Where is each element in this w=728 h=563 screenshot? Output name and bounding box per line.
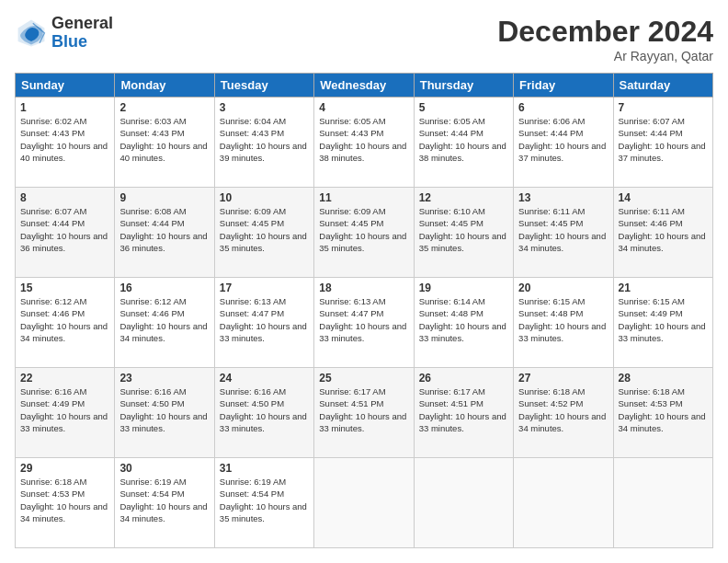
day-cell: 21 Sunrise: 6:15 AM Sunset: 4:49 PM Dayl… xyxy=(613,278,712,368)
day-cell: 23 Sunrise: 6:16 AM Sunset: 4:50 PM Dayl… xyxy=(115,368,214,458)
day-cell: 8 Sunrise: 6:07 AM Sunset: 4:44 PM Dayli… xyxy=(16,188,115,278)
col-thursday: Thursday xyxy=(414,74,513,98)
daylight-label: Daylight: 10 hours and 35 minutes. xyxy=(419,231,506,253)
sunrise-label: Sunrise: 6:17 AM xyxy=(419,386,485,396)
sunrise-label: Sunrise: 6:14 AM xyxy=(419,296,485,306)
sunset-label: Sunset: 4:49 PM xyxy=(20,398,85,408)
day-number: 14 xyxy=(619,191,708,204)
day-number: 28 xyxy=(619,372,708,385)
sunrise-label: Sunrise: 6:13 AM xyxy=(220,296,286,306)
sunrise-label: Sunrise: 6:16 AM xyxy=(20,386,86,396)
day-cell: 24 Sunrise: 6:16 AM Sunset: 4:50 PM Dayl… xyxy=(214,368,313,458)
day-cell: 25 Sunrise: 6:17 AM Sunset: 4:51 PM Dayl… xyxy=(314,368,414,458)
sunrise-label: Sunrise: 6:19 AM xyxy=(220,477,286,487)
daylight-label: Daylight: 10 hours and 35 minutes. xyxy=(220,501,307,523)
day-info: Sunrise: 6:06 AM Sunset: 4:44 PM Dayligh… xyxy=(518,115,608,164)
sunrise-label: Sunrise: 6:13 AM xyxy=(319,296,385,306)
daylight-label: Daylight: 10 hours and 35 minutes. xyxy=(220,231,307,253)
day-cell: 31 Sunrise: 6:19 AM Sunset: 4:54 PM Dayl… xyxy=(214,458,313,548)
logo-icon xyxy=(15,17,48,50)
day-info: Sunrise: 6:07 AM Sunset: 4:44 PM Dayligh… xyxy=(20,205,109,254)
sunset-label: Sunset: 4:54 PM xyxy=(119,488,184,499)
col-saturday: Saturday xyxy=(613,74,712,98)
day-info: Sunrise: 6:13 AM Sunset: 4:47 PM Dayligh… xyxy=(319,295,408,344)
daylight-label: Daylight: 10 hours and 34 minutes. xyxy=(119,321,207,343)
sunrise-label: Sunrise: 6:02 AM xyxy=(20,116,86,126)
day-number: 25 xyxy=(319,372,408,385)
day-cell: 30 Sunrise: 6:19 AM Sunset: 4:54 PM Dayl… xyxy=(115,458,214,548)
daylight-label: Daylight: 10 hours and 33 minutes. xyxy=(119,411,207,433)
day-cell: 12 Sunrise: 6:10 AM Sunset: 4:45 PM Dayl… xyxy=(414,188,513,278)
sunrise-label: Sunrise: 6:04 AM xyxy=(220,116,286,126)
day-number: 20 xyxy=(518,282,608,294)
sunrise-label: Sunrise: 6:18 AM xyxy=(619,386,685,396)
sunrise-label: Sunrise: 6:19 AM xyxy=(119,477,186,487)
sunrise-label: Sunrise: 6:07 AM xyxy=(20,206,86,216)
day-number: 27 xyxy=(518,372,608,385)
daylight-label: Daylight: 10 hours and 39 minutes. xyxy=(220,141,307,163)
sunrise-label: Sunrise: 6:18 AM xyxy=(518,386,585,396)
sunset-label: Sunset: 4:44 PM xyxy=(20,218,85,228)
day-info: Sunrise: 6:07 AM Sunset: 4:44 PM Dayligh… xyxy=(619,115,708,164)
sunrise-label: Sunrise: 6:18 AM xyxy=(20,477,86,487)
day-info: Sunrise: 6:17 AM Sunset: 4:51 PM Dayligh… xyxy=(319,385,408,434)
col-monday: Monday xyxy=(115,74,214,98)
day-cell: 11 Sunrise: 6:09 AM Sunset: 4:45 PM Dayl… xyxy=(314,188,414,278)
day-number: 5 xyxy=(419,101,508,114)
day-info: Sunrise: 6:18 AM Sunset: 4:53 PM Dayligh… xyxy=(619,385,708,434)
day-info: Sunrise: 6:12 AM Sunset: 4:46 PM Dayligh… xyxy=(119,295,209,344)
daylight-label: Daylight: 10 hours and 33 minutes. xyxy=(20,411,108,433)
location-title: Ar Rayyan, Qatar xyxy=(497,49,713,63)
day-info: Sunrise: 6:16 AM Sunset: 4:49 PM Dayligh… xyxy=(20,385,109,434)
day-info: Sunrise: 6:13 AM Sunset: 4:47 PM Dayligh… xyxy=(220,295,309,344)
day-cell: 5 Sunrise: 6:05 AM Sunset: 4:44 PM Dayli… xyxy=(414,98,513,188)
day-cell: 28 Sunrise: 6:18 AM Sunset: 4:53 PM Dayl… xyxy=(613,368,712,458)
day-cell: 15 Sunrise: 6:12 AM Sunset: 4:46 PM Dayl… xyxy=(16,278,115,368)
sunset-label: Sunset: 4:45 PM xyxy=(518,218,583,228)
day-info: Sunrise: 6:10 AM Sunset: 4:45 PM Dayligh… xyxy=(419,205,508,254)
day-info: Sunrise: 6:14 AM Sunset: 4:48 PM Dayligh… xyxy=(419,295,508,344)
sunrise-label: Sunrise: 6:03 AM xyxy=(119,116,186,126)
sunset-label: Sunset: 4:47 PM xyxy=(220,308,284,318)
day-number: 15 xyxy=(20,282,109,294)
sunset-label: Sunset: 4:43 PM xyxy=(220,128,284,138)
sunset-label: Sunset: 4:44 PM xyxy=(119,218,184,228)
sunset-label: Sunset: 4:44 PM xyxy=(518,128,583,138)
sunrise-label: Sunrise: 6:16 AM xyxy=(220,386,286,396)
day-cell: 10 Sunrise: 6:09 AM Sunset: 4:45 PM Dayl… xyxy=(214,188,313,278)
sunset-label: Sunset: 4:50 PM xyxy=(119,398,184,408)
sunset-label: Sunset: 4:46 PM xyxy=(119,308,184,318)
sunset-label: Sunset: 4:45 PM xyxy=(419,218,483,228)
logo-area: General Blue xyxy=(15,15,113,52)
sunset-label: Sunset: 4:49 PM xyxy=(619,308,683,318)
day-cell: 29 Sunrise: 6:18 AM Sunset: 4:53 PM Dayl… xyxy=(16,458,115,548)
day-cell: 4 Sunrise: 6:05 AM Sunset: 4:43 PM Dayli… xyxy=(314,98,414,188)
day-number: 1 xyxy=(20,101,109,114)
daylight-label: Daylight: 10 hours and 34 minutes. xyxy=(20,501,108,523)
day-cell: 26 Sunrise: 6:17 AM Sunset: 4:51 PM Dayl… xyxy=(414,368,513,458)
sunset-label: Sunset: 4:52 PM xyxy=(518,398,583,408)
daylight-label: Daylight: 10 hours and 33 minutes. xyxy=(319,411,406,433)
day-info: Sunrise: 6:03 AM Sunset: 4:43 PM Dayligh… xyxy=(119,115,209,164)
day-info: Sunrise: 6:19 AM Sunset: 4:54 PM Dayligh… xyxy=(119,476,209,524)
sunrise-label: Sunrise: 6:10 AM xyxy=(419,206,485,216)
sunrise-label: Sunrise: 6:12 AM xyxy=(119,296,186,306)
day-number: 21 xyxy=(619,282,708,294)
week-row-2: 8 Sunrise: 6:07 AM Sunset: 4:44 PM Dayli… xyxy=(16,188,713,278)
daylight-label: Daylight: 10 hours and 34 minutes. xyxy=(20,321,108,343)
day-cell: 1 Sunrise: 6:02 AM Sunset: 4:43 PM Dayli… xyxy=(16,98,115,188)
day-number: 7 xyxy=(619,101,708,114)
day-info: Sunrise: 6:16 AM Sunset: 4:50 PM Dayligh… xyxy=(220,385,309,434)
day-cell: 17 Sunrise: 6:13 AM Sunset: 4:47 PM Dayl… xyxy=(214,278,313,368)
sunrise-label: Sunrise: 6:09 AM xyxy=(319,206,385,216)
day-info: Sunrise: 6:08 AM Sunset: 4:44 PM Dayligh… xyxy=(119,205,209,254)
day-cell: 7 Sunrise: 6:07 AM Sunset: 4:44 PM Dayli… xyxy=(613,98,712,188)
day-info: Sunrise: 6:11 AM Sunset: 4:46 PM Dayligh… xyxy=(619,205,708,254)
sunset-label: Sunset: 4:51 PM xyxy=(419,398,483,408)
day-info: Sunrise: 6:18 AM Sunset: 4:53 PM Dayligh… xyxy=(20,476,109,524)
day-info: Sunrise: 6:02 AM Sunset: 4:43 PM Dayligh… xyxy=(20,115,109,164)
day-cell: 14 Sunrise: 6:11 AM Sunset: 4:46 PM Dayl… xyxy=(613,188,712,278)
daylight-label: Daylight: 10 hours and 38 minutes. xyxy=(319,141,406,163)
sunrise-label: Sunrise: 6:16 AM xyxy=(119,386,186,396)
sunrise-label: Sunrise: 6:15 AM xyxy=(518,296,585,306)
